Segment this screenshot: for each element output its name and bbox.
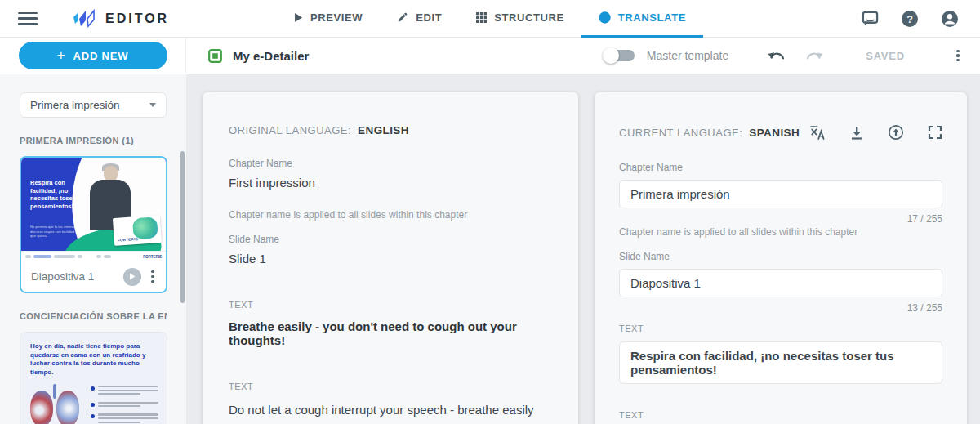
current-language-label: CURRENT LANGUAGE:: [619, 127, 742, 139]
text-field-value: Breathe easily - you don't need to cough…: [229, 319, 552, 347]
slide-name-value: Slide 1: [229, 252, 552, 266]
current-language-value: SPANISH: [749, 127, 800, 139]
section-title-1: PRIMERA IMPRESIÓN (1): [20, 136, 167, 145]
fullscreen-icon[interactable]: [928, 125, 942, 140]
upload-circle-icon[interactable]: [888, 124, 904, 141]
slide-name-input[interactable]: Diapositiva 1: [619, 269, 942, 297]
svg-text:?: ?: [906, 13, 913, 25]
profile-icon[interactable]: [941, 10, 959, 28]
chapter-name-label: Chapter Name: [619, 162, 942, 173]
undo-icon[interactable]: [768, 50, 786, 62]
help-icon[interactable]: ?: [901, 10, 919, 28]
text-field-label: TEXT: [229, 382, 552, 391]
tab-preview[interactable]: PREVIEW: [277, 0, 380, 38]
translation-panel: CURRENT LANGUAGE: SPANISH: [595, 92, 967, 424]
slide-caption: Diapositiva 1: [31, 270, 123, 283]
original-language-panel: ORIGINAL LANGUAGE: ENGLISH Chapter Name …: [203, 92, 578, 424]
menu-icon[interactable]: [18, 12, 38, 25]
document-toolbar: + ADD NEW My e-Detailer Master template: [0, 38, 980, 74]
document-title: My e-Detailer: [233, 49, 309, 63]
saved-status: SAVED: [866, 50, 905, 62]
text-field-value: Do not let a cough interrupt your speech…: [229, 399, 552, 424]
chevron-down-icon: [149, 103, 156, 107]
slide-options-icon[interactable]: [147, 270, 158, 283]
chapter-name-input[interactable]: Primera impresión: [619, 180, 942, 208]
slide-name-label: Slide Name: [229, 234, 552, 245]
tab-edit[interactable]: EDIT: [380, 0, 459, 38]
document-icon: [208, 49, 222, 63]
master-template-toggle[interactable]: [605, 50, 635, 61]
toolbar-right: Master template SAVED: [605, 49, 964, 62]
logo-icon: [72, 9, 96, 29]
translate-workspace: ORIGINAL LANGUAGE: ENGLISH Chapter Name …: [186, 74, 980, 424]
add-new-button[interactable]: + ADD NEW: [19, 42, 167, 69]
chapter-name-value: First impression: [229, 176, 552, 190]
text-field-label: TEXT: [619, 324, 942, 333]
app-title: Editor: [105, 11, 169, 26]
app-logo: Editor: [72, 9, 169, 29]
globe-icon: [599, 11, 611, 24]
play-icon: [294, 12, 303, 23]
chapter-dropdown[interactable]: Primera impresión: [20, 92, 167, 118]
lungs-illustration: [30, 384, 82, 424]
text-field-label: TEXT: [229, 300, 552, 310]
text-field-label: TEXT: [619, 410, 942, 420]
slide-caption-row: Diapositiva 1: [21, 261, 166, 292]
slide-name-label: Slide Name: [619, 251, 942, 262]
original-language-label: ORIGINAL LANGUAGE:: [229, 124, 351, 136]
slide-card-1[interactable]: Respira con facilidad, ¡no necesitas tos…: [20, 156, 167, 293]
content-area: Primera impresión PRIMERA IMPRESIÓN (1) …: [0, 74, 980, 424]
chat-icon[interactable]: [862, 10, 879, 27]
tab-structure[interactable]: STRUCTURE: [459, 0, 581, 38]
toolbar-left: + ADD NEW: [0, 38, 186, 74]
slide-thumbnail-1: Respira con facilidad, ¡no necesitas tos…: [21, 158, 166, 251]
download-icon[interactable]: [849, 125, 864, 141]
slides-sidebar: Primera impresión PRIMERA IMPRESIÓN (1) …: [0, 74, 186, 424]
more-options-icon[interactable]: [952, 50, 964, 62]
product-box: FORTERIS: [113, 215, 162, 246]
slide-card-2[interactable]: Hoy en día, nadie tiene tiempo para qued…: [20, 332, 167, 424]
mode-tabs: PREVIEW EDIT STRUCTURE: [277, 0, 703, 38]
slide-thumbnail-2: Hoy en día, nadie tiene tiempo para qued…: [20, 333, 167, 424]
master-template-label: Master template: [647, 49, 728, 62]
redo-icon[interactable]: [805, 50, 823, 62]
pencil-icon: [397, 11, 408, 23]
document-title-group: My e-Detailer: [208, 49, 309, 63]
chapter-name-counter: 17 / 255: [619, 213, 942, 225]
plus-icon: +: [57, 47, 66, 64]
chapter-name-hint: Chapter name is applied to all slides wi…: [619, 226, 942, 238]
chapter-dropdown-value: Primera impresión: [30, 99, 149, 111]
translate-icon[interactable]: [809, 125, 826, 141]
chapter-name-hint: Chapter name is applied to all slides wi…: [229, 209, 552, 221]
grid-icon: [476, 12, 487, 23]
sidebar-scrollbar[interactable]: [180, 151, 185, 303]
chapter-name-label: Chapter Name: [229, 158, 552, 169]
top-bar: Editor PREVIEW EDIT STRUCTURE: [0, 0, 980, 38]
section-title-2: CONCIENCIACIÓN SOBRE LA ENFERME...: [20, 311, 167, 321]
tab-translate[interactable]: TRANSLATE: [581, 0, 703, 38]
original-language-value: ENGLISH: [358, 124, 409, 136]
slide-mini-navbar: FORTERIS: [21, 251, 166, 261]
text-translation-input[interactable]: Respira con facilidad, ¡no necesitas tos…: [619, 341, 942, 384]
topbar-actions: ?: [862, 10, 959, 28]
slide-play-icon[interactable]: [123, 268, 141, 286]
slide-name-counter: 13 / 255: [619, 302, 942, 314]
